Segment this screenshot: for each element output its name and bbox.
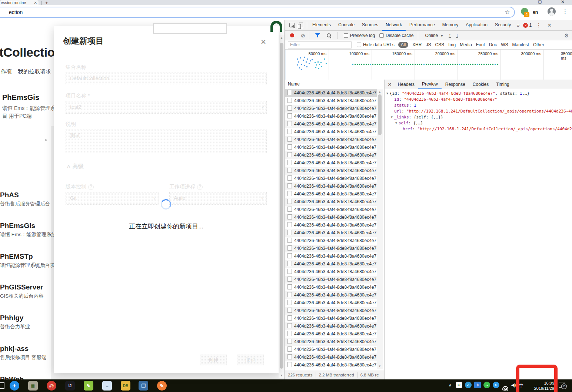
filter-icon[interactable]	[315, 33, 320, 37]
scroll-down-icon[interactable]: ▼	[378, 365, 381, 368]
tab-close-icon[interactable]: ✕	[34, 1, 37, 5]
filter-type-img[interactable]: Img	[448, 42, 456, 47]
network-request-row[interactable]: 4404d236-46b3-4af4-8de8-f8a4680ec4e7	[285, 307, 377, 315]
translate-extension-icon[interactable]: en	[533, 10, 538, 15]
wifi-icon[interactable]	[502, 386, 509, 391]
hide-data-urls-checkbox[interactable]	[357, 43, 361, 47]
devtools-tab-memory[interactable]: Memory	[439, 20, 462, 31]
devtools-tab-sources[interactable]: Sources	[358, 20, 382, 31]
detail-tab-preview[interactable]: Preview	[418, 80, 442, 89]
export-har-icon[interactable]: ↓	[456, 33, 458, 38]
extension-icon[interactable]: 4	[521, 8, 528, 15]
network-request-row[interactable]: 4404d236-46b3-4af4-8de8-f8a4680ec4e7	[285, 322, 377, 330]
filter-type-ws[interactable]: WS	[501, 42, 508, 47]
network-request-row[interactable]: 4404d236-46b3-4af4-8de8-f8a4680ec4e7	[285, 354, 377, 361]
intellij-icon[interactable]: IJ	[65, 381, 75, 391]
browser-tab[interactable]: ession routine ✕	[0, 0, 39, 5]
filter-type-manifest[interactable]: Manifest	[512, 42, 529, 47]
network-overview-timeline[interactable]: 50000 ms100000 ms150000 ms200000 ms25000…	[285, 50, 572, 80]
new-tab-button[interactable]: +	[45, 0, 48, 6]
network-request-row[interactable]: 4404d236-46b3-4af4-8de8-f8a4680ec4e7	[285, 315, 377, 322]
devtools-tab-network[interactable]: Network	[382, 20, 406, 31]
iis-icon[interactable]: ≣	[28, 381, 38, 391]
scrollbar-thumb[interactable]	[378, 94, 382, 135]
settings-gear-icon[interactable]: ⚙	[564, 33, 569, 38]
filter-type-js[interactable]: JS	[426, 42, 431, 47]
network-request-row[interactable]: 4404d236-46b3-4af4-8de8-f8a4680ec4e7	[285, 299, 377, 307]
scroll-up-icon[interactable]: ▲	[280, 36, 283, 40]
devtools-tab-security[interactable]: Security	[491, 20, 515, 31]
filter-type-css[interactable]: CSS	[435, 42, 444, 47]
expand-arrow-icon[interactable]: ▼	[386, 92, 388, 95]
work-item-process-select[interactable]: Agile	[169, 192, 267, 205]
filter-type-other[interactable]: Other	[533, 42, 544, 47]
nav-tab-pullrequests[interactable]: 我的拉取请求	[18, 68, 51, 75]
tray-asterisk-icon[interactable]: ✳	[474, 382, 481, 388]
scroll-up-icon[interactable]: ▲	[378, 90, 381, 94]
network-request-row[interactable]: 4404d236-46b3-4af4-8de8-f8a4680ec4e7	[285, 237, 377, 245]
network-request-row[interactable]: 4404d236-46b3-4af4-8de8-f8a4680ec4e7	[285, 268, 377, 276]
featured-project-card[interactable]: PhEmsGis 谱恒 Ems：能源管理系 目 用于PC端	[0, 92, 51, 145]
request-list-scrollbar[interactable]: ▲ ▼	[377, 89, 383, 369]
inspect-element-icon[interactable]	[289, 23, 295, 27]
project-name-input[interactable]: test2	[66, 101, 267, 114]
filter-type-media[interactable]: Media	[460, 42, 472, 47]
network-request-row[interactable]: 4404d236-46b3-4af4-8de8-f8a4680ec4e7	[285, 198, 377, 206]
network-request-row[interactable]: 4404d236-46b3-4af4-8de8-f8a4680ec4e7	[285, 175, 377, 182]
network-request-row[interactable]: 4404d236-46b3-4af4-8de8-f8a4680ec4e7	[285, 260, 377, 268]
tray-bird-icon[interactable]: ➤	[493, 382, 499, 388]
start-button[interactable]	[0, 382, 4, 389]
scroll-down-icon[interactable]: ▼	[280, 374, 283, 377]
modal-close-icon[interactable]: ✕	[260, 38, 266, 46]
window-close-button[interactable]: ✕	[561, 0, 565, 4]
apipost-icon[interactable]: ✎	[157, 381, 167, 391]
devtools-tab-console[interactable]: Console	[335, 20, 358, 31]
profile-avatar[interactable]	[548, 7, 556, 16]
detail-tab-response[interactable]: Response	[442, 80, 469, 89]
network-request-row[interactable]: 4404d236-46b3-4af4-8de8-f8a4680ec4e7	[285, 89, 377, 97]
preserve-log-checkbox[interactable]	[344, 33, 348, 38]
devtools-tab-performance[interactable]: Performance	[406, 20, 439, 31]
network-request-row[interactable]: 4404d236-46b3-4af4-8de8-f8a4680ec4e7	[285, 338, 377, 346]
network-request-row[interactable]: 4404d236-46b3-4af4-8de8-f8a4680ec4e7	[285, 346, 377, 354]
page-scrollbar[interactable]: ▲ ▼	[279, 35, 285, 378]
network-request-row[interactable]: 4404d236-46b3-4af4-8de8-f8a4680ec4e7	[285, 276, 377, 284]
disable-cache-checkbox[interactable]	[379, 33, 384, 38]
browser-menu-icon[interactable]: ⋮	[562, 8, 568, 15]
dingtalk-icon[interactable]: ✈	[10, 381, 19, 391]
network-request-row[interactable]: 4404d236-46b3-4af4-8de8-f8a4680ec4e7	[285, 128, 377, 136]
filter-type-all[interactable]: All	[398, 42, 408, 48]
description-textarea[interactable]: 测试	[66, 130, 267, 153]
devtools-tab-elements[interactable]: Elements	[309, 20, 335, 31]
network-request-row[interactable]: 4404d236-46b3-4af4-8de8-f8a4680ec4e7	[285, 144, 377, 151]
wechat-icon[interactable]: ◖◗	[483, 382, 490, 388]
network-request-row[interactable]: 4404d236-46b3-4af4-8de8-f8a4680ec4e7	[285, 182, 377, 190]
network-request-row[interactable]: 4404d236-46b3-4af4-8de8-f8a4680ec4e7	[285, 167, 377, 175]
snail-icon[interactable]: @	[47, 381, 56, 391]
devtools-menu-icon[interactable]: ⋮	[533, 22, 544, 28]
bookmark-star-icon[interactable]: ☆	[505, 9, 510, 16]
address-bar[interactable]	[0, 7, 515, 18]
nav-tab-workitems[interactable]: 工作项	[0, 68, 12, 75]
collection-name-input[interactable]: DefaultCollection	[66, 73, 267, 85]
network-request-row[interactable]: 4404d236-46b3-4af4-8de8-f8a4680ec4e7	[285, 105, 377, 113]
error-badge[interactable]: ✕1	[523, 23, 532, 28]
window-maximize-button[interactable]: ▢	[538, 0, 542, 4]
network-request-row[interactable]: 4404d236-46b3-4af4-8de8-f8a4680ec4e7	[285, 284, 377, 291]
throttling-select[interactable]: Online▼	[425, 33, 443, 38]
devtools-close-icon[interactable]: ✕	[544, 22, 555, 28]
detail-tab-timing[interactable]: Timing	[492, 80, 513, 89]
cancel-button[interactable]: 取消	[237, 354, 264, 365]
expand-arrow-icon[interactable]: ▼	[395, 121, 397, 125]
filter-type-xhr[interactable]: XHR	[412, 42, 422, 47]
tray-expand-icon[interactable]: ∧	[447, 382, 453, 388]
network-request-row[interactable]: 4404d236-46b3-4af4-8de8-f8a4680ec4e7	[285, 151, 377, 159]
network-request-row[interactable]: 4404d236-46b3-4af4-8de8-f8a4680ec4e7	[285, 291, 377, 299]
network-request-row[interactable]: 4404d236-46b3-4af4-8de8-f8a4680ec4e7	[285, 245, 377, 252]
scrollbar-thumb[interactable]	[280, 43, 283, 369]
filter-input[interactable]: Filter	[288, 41, 352, 48]
notepad-icon[interactable]: ≡	[102, 381, 112, 391]
network-request-row[interactable]: 4404d236-46b3-4af4-8de8-f8a4680ec4e7	[285, 214, 377, 221]
network-request-row[interactable]: 4404d236-46b3-4af4-8de8-f8a4680ec4e7	[285, 221, 377, 229]
advanced-toggle[interactable]: ∧ 高级	[66, 163, 84, 170]
